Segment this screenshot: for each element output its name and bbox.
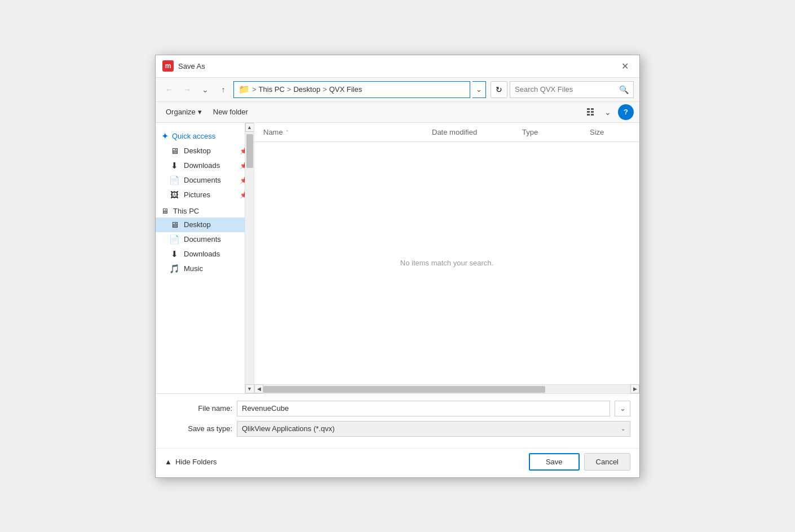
sidebar-item-documents-pc[interactable]: 📄 Documents <box>156 232 254 247</box>
forward-button[interactable]: → <box>179 82 195 97</box>
action-buttons: Save Cancel <box>529 453 630 471</box>
hide-folders-label: Hide Folders <box>175 458 217 466</box>
refresh-button[interactable]: ↻ <box>491 81 507 98</box>
file-area: Name ⌃ Date modified Type Size No items … <box>254 123 639 393</box>
empty-message: No items match your search. <box>400 259 493 267</box>
title-bar-left: m Save As <box>162 60 205 72</box>
sidebar-item-label: Downloads <box>184 250 220 258</box>
sidebar: ▲ ▼ ✦ Quick access 🖥 Desktop 📌 ⬇ Downloa… <box>156 123 254 393</box>
sidebar-item-music-pc[interactable]: 🎵 Music <box>156 261 254 276</box>
sidebar-item-label: Documents <box>184 235 221 243</box>
sidebar-item-pictures-quick[interactable]: 🖼 Pictures 📌 <box>156 188 254 202</box>
sidebar-item-label: Documents <box>184 176 221 184</box>
svg-rect-4 <box>587 114 590 116</box>
sidebar-item-label: Pictures <box>184 190 210 199</box>
quick-access-header: ✦ Quick access <box>156 127 254 144</box>
col-header-type[interactable]: Type <box>518 128 585 136</box>
saveas-type-arrow: ⌄ <box>621 425 625 432</box>
saveas-type-dropdown[interactable]: QlikView Applications (*.qvx) ⌄ <box>237 421 630 437</box>
filename-label: File name: <box>165 404 232 413</box>
scroll-up-button[interactable]: ▲ <box>245 123 254 132</box>
sidebar-item-label: Desktop <box>184 147 211 155</box>
horizontal-scrollbar[interactable]: ◀ ▶ <box>254 384 639 393</box>
address-path[interactable]: 📁 > This PC > Desktop > QVX Files <box>233 81 470 98</box>
action-bar: ▲ Hide Folders Save Cancel <box>156 448 639 477</box>
downloads-pc-icon: ⬇ <box>169 250 179 259</box>
h-scroll-left-button[interactable]: ◀ <box>254 384 263 393</box>
address-dropdown-button[interactable]: ⌄ <box>472 81 486 98</box>
sidebar-item-downloads-quick[interactable]: ⬇ Downloads 📌 <box>156 158 254 173</box>
save-button[interactable]: Save <box>529 453 580 471</box>
folder-icon: 📁 <box>238 84 250 95</box>
saveas-type-label: Save as type: <box>165 424 232 433</box>
main-content: ▲ ▼ ✦ Quick access 🖥 Desktop 📌 ⬇ Downloa… <box>156 123 639 393</box>
saveas-type-row: Save as type: QlikView Applications (*.q… <box>165 421 630 437</box>
save-as-dialog: m Save As ✕ ← → ⌄ ↑ 📁 > This PC > Deskto… <box>155 55 640 478</box>
sidebar-item-label: Music <box>184 264 203 273</box>
documents-pc-icon: 📄 <box>169 235 179 244</box>
col-header-size[interactable]: Size <box>585 128 630 136</box>
h-scroll-track[interactable] <box>263 385 630 393</box>
svg-rect-0 <box>587 108 590 110</box>
downloads-icon: ⬇ <box>169 161 179 170</box>
hide-folders-button[interactable]: ▲ Hide Folders <box>165 458 217 466</box>
svg-rect-2 <box>587 111 590 113</box>
address-bar: ← → ⌄ ↑ 📁 > This PC > Desktop > QVX File… <box>156 78 639 102</box>
filename-row: File name: ⌄ <box>165 401 630 416</box>
dropdown-nav-button[interactable]: ⌄ <box>197 82 213 97</box>
path-part-1: This PC <box>259 85 285 94</box>
col-header-name[interactable]: Name ⌃ <box>263 128 427 136</box>
up-button[interactable]: ↑ <box>215 82 231 97</box>
h-scroll-thumb <box>263 386 545 393</box>
desktop-pc-icon: 🖥 <box>169 220 179 229</box>
documents-icon: 📄 <box>169 176 179 185</box>
title-bar: m Save As ✕ <box>156 55 639 78</box>
search-box[interactable]: 🔍 <box>510 81 634 98</box>
file-list-empty: No items match your search. <box>254 142 639 384</box>
search-icon: 🔍 <box>619 85 629 94</box>
new-folder-button[interactable]: New folder <box>209 105 253 118</box>
sidebar-item-label: Downloads <box>184 161 220 170</box>
desktop-icon: 🖥 <box>169 147 179 156</box>
filename-input[interactable] <box>242 404 605 413</box>
close-button[interactable]: ✕ <box>617 58 633 74</box>
svg-rect-5 <box>591 114 594 116</box>
col-header-date[interactable]: Date modified <box>427 128 518 136</box>
back-button[interactable]: ← <box>161 82 177 97</box>
sidebar-item-documents-quick[interactable]: 📄 Documents 📌 <box>156 173 254 188</box>
sidebar-item-desktop-pc[interactable]: 🖥 Desktop <box>156 218 254 232</box>
h-scroll-right-button[interactable]: ▶ <box>630 384 639 393</box>
bottom-fields: File name: ⌄ Save as type: QlikView Appl… <box>156 393 639 448</box>
sidebar-scrollbar[interactable]: ▲ ▼ <box>245 123 254 393</box>
view-icon-button[interactable] <box>583 104 599 120</box>
help-button[interactable]: ? <box>618 104 634 120</box>
filename-dropdown-button[interactable]: ⌄ <box>615 401 630 416</box>
sort-icon: ⌃ <box>285 130 289 135</box>
scroll-down-button[interactable]: ▼ <box>245 384 254 393</box>
toolbar: Organize ▾ New folder ⌄ ? <box>156 102 639 123</box>
svg-rect-3 <box>591 111 594 113</box>
this-pc-header: 🖥 This PC <box>156 202 254 218</box>
view-dropdown-button[interactable]: ⌄ <box>600 104 616 120</box>
this-pc-icon: 🖥 <box>161 207 169 215</box>
dialog-title: Save As <box>178 62 205 70</box>
hide-folders-icon: ▲ <box>165 458 172 466</box>
this-pc-label: This PC <box>173 207 199 215</box>
svg-rect-1 <box>591 108 594 110</box>
path-part-3: QVX Files <box>329 85 363 94</box>
sidebar-item-desktop-quick[interactable]: 🖥 Desktop 📌 <box>156 144 254 158</box>
cancel-button[interactable]: Cancel <box>584 453 630 471</box>
quick-access-label: Quick access <box>172 132 215 140</box>
column-headers: Name ⌃ Date modified Type Size <box>254 123 639 142</box>
app-icon: m <box>162 60 174 72</box>
pictures-icon: 🖼 <box>169 190 179 200</box>
music-pc-icon: 🎵 <box>169 264 179 273</box>
sidebar-item-label: Desktop <box>184 220 211 229</box>
view-options: ⌄ <box>583 104 616 120</box>
filename-input-wrapper[interactable] <box>237 401 610 416</box>
search-input[interactable] <box>515 85 616 94</box>
path-part-2: Desktop <box>293 85 320 94</box>
sidebar-item-downloads-pc[interactable]: ⬇ Downloads <box>156 247 254 261</box>
saveas-type-value: QlikView Applications (*.qvx) <box>242 424 621 433</box>
organize-button[interactable]: Organize ▾ <box>161 105 206 118</box>
